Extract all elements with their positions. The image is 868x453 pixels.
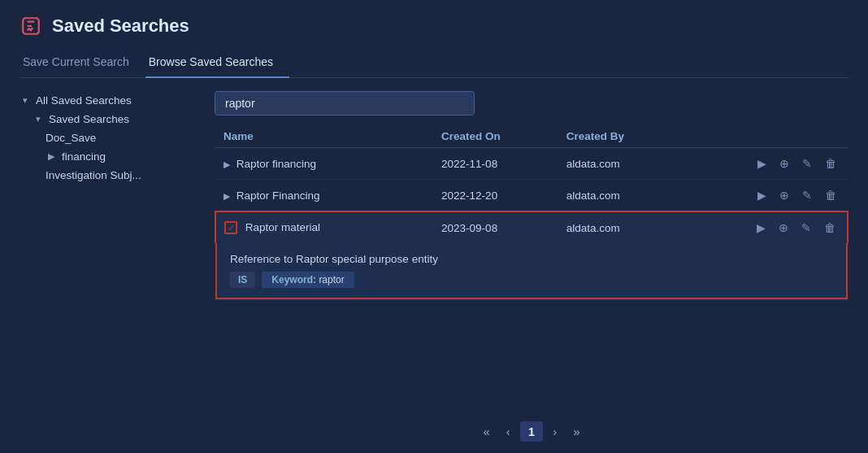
row-name-cell: ▶ Raptor Financing: [215, 180, 433, 212]
row-created-by: aldata.com: [558, 180, 745, 212]
content-area: Name Created On Created By ▶ Raptor fina…: [215, 91, 848, 442]
expanded-detail-cell: Reference to Raptor special purpose enti…: [215, 243, 848, 300]
tabs-row: Save Current Search Browse Saved Searche…: [20, 49, 848, 78]
edit-button[interactable]: ✎: [799, 155, 815, 172]
sidebar-item-label: All Saved Searches: [36, 94, 132, 107]
sidebar-item-all-saved[interactable]: ▾ All Saved Searches: [20, 91, 202, 110]
table-row: ▶ Raptor financing 2022-11-08 aldata.com…: [215, 148, 848, 180]
edit-button[interactable]: ✎: [798, 220, 814, 236]
row-created-on: 2022-11-08: [433, 148, 558, 180]
row-created-on: 2022-12-20: [433, 180, 558, 212]
sidebar-item-investigation[interactable]: Investigation Subj...: [20, 166, 202, 185]
chevron-down-icon: ▾: [33, 114, 44, 125]
play-button[interactable]: ▶: [753, 220, 769, 236]
zoom-button[interactable]: ⊕: [775, 220, 792, 236]
delete-button[interactable]: 🗑: [822, 155, 840, 172]
sidebar: ▾ All Saved Searches ▾ Saved Searches Do…: [20, 91, 215, 442]
table-container: Name Created On Created By ▶ Raptor fina…: [215, 125, 848, 410]
row-actions: ▶ ⊕ ✎ 🗑: [753, 187, 840, 203]
sidebar-item-financing[interactable]: ▶ financing: [20, 147, 202, 166]
page-title: Saved Searches: [52, 15, 189, 37]
chevron-right-icon: ▶: [46, 151, 57, 163]
sidebar-item-doc-save[interactable]: Doc_Save: [20, 128, 202, 147]
row-actions-cell: ▶ ⊕ ✎ 🗑: [745, 211, 848, 243]
current-page-button[interactable]: 1: [520, 421, 543, 442]
main-content: ▾ All Saved Searches ▾ Saved Searches Do…: [20, 91, 848, 442]
sidebar-item-label: Saved Searches: [49, 113, 129, 125]
chevron-down-icon: ▾: [20, 95, 31, 107]
col-header-by: Created By: [558, 125, 745, 148]
keyword-value: raptor: [319, 274, 344, 285]
row-actions-cell: ▶ ⊕ ✎ 🗑: [745, 148, 848, 180]
delete-button[interactable]: 🗑: [822, 187, 840, 203]
row-actions: ▶ ⊕ ✎ 🗑: [753, 220, 839, 236]
row-created-by: aldata.com: [558, 148, 745, 180]
row-name: Raptor material: [245, 221, 320, 233]
prev-page-button[interactable]: ‹: [500, 421, 517, 442]
search-input-row: [215, 91, 848, 115]
next-page-button[interactable]: ›: [546, 421, 563, 442]
chevron-right-icon: ▶: [224, 191, 230, 201]
page-header: Saved Searches: [20, 15, 848, 37]
table-row: ▶ Raptor Financing 2022-12-20 aldata.com…: [215, 180, 848, 212]
row-actions-cell: ▶ ⊕ ✎ 🗑: [745, 180, 848, 212]
row-created-on: 2023-09-08: [433, 211, 558, 243]
sidebar-item-label: Doc_Save: [46, 132, 96, 144]
table-row: ✓ Raptor material 2023-09-08 aldata.com …: [215, 211, 848, 243]
row-name-cell: ▶ Raptor financing: [215, 148, 433, 180]
expanded-detail-row: Reference to Raptor special purpose enti…: [215, 243, 848, 300]
chevron-right-icon: ▶: [224, 159, 230, 169]
bookmark-icon: [20, 15, 42, 37]
keyword-label: Keyword:: [271, 274, 316, 285]
edit-button[interactable]: ✎: [799, 187, 815, 203]
sidebar-item-label: Investigation Subj...: [46, 169, 141, 181]
search-input[interactable]: [215, 91, 475, 115]
play-button[interactable]: ▶: [754, 155, 770, 172]
row-name: Raptor financing: [237, 158, 316, 170]
expanded-description: Reference to Raptor special purpose enti…: [230, 253, 833, 265]
results-table: Name Created On Created By ▶ Raptor fina…: [215, 125, 848, 300]
col-header-actions: [745, 125, 848, 148]
filter-is-label: IS: [230, 272, 255, 288]
last-page-button[interactable]: »: [566, 421, 586, 442]
sidebar-item-label: financing: [62, 150, 106, 163]
col-header-name: Name: [215, 125, 433, 148]
filter-row: IS Keyword: raptor: [230, 272, 833, 288]
checkbox-icon: ✓: [224, 221, 237, 234]
zoom-button[interactable]: ⊕: [776, 187, 792, 203]
row-actions: ▶ ⊕ ✎ 🗑: [753, 155, 840, 172]
zoom-button[interactable]: ⊕: [776, 155, 792, 172]
first-page-button[interactable]: «: [476, 421, 496, 442]
sidebar-item-saved-searches[interactable]: ▾ Saved Searches: [20, 110, 202, 128]
tab-save[interactable]: Save Current Search: [20, 49, 145, 78]
play-button[interactable]: ▶: [754, 187, 770, 203]
row-name: Raptor Financing: [237, 189, 320, 202]
col-header-created: Created On: [433, 125, 558, 148]
expanded-content: Reference to Raptor special purpose enti…: [215, 243, 848, 299]
row-name-cell: ✓ Raptor material: [215, 211, 433, 243]
filter-keyword-tag: Keyword: raptor: [262, 272, 354, 288]
row-created-by: aldata.com: [558, 211, 745, 243]
tab-browse[interactable]: Browse Saved Searches: [145, 49, 289, 78]
delete-button[interactable]: 🗑: [821, 220, 839, 236]
pagination: « ‹ 1 › »: [215, 410, 848, 442]
main-container: Saved Searches Save Current Search Brows…: [0, 0, 868, 453]
